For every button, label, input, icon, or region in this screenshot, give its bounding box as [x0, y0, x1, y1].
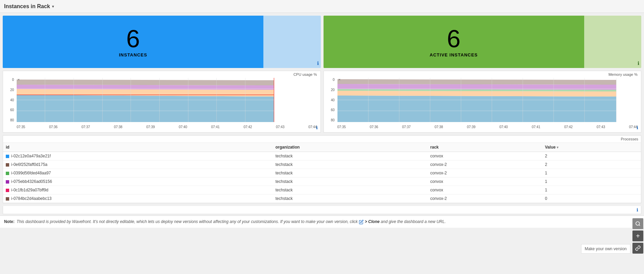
instances-label: INSTANCES — [119, 52, 147, 57]
table-row: i-0c1fb1d29a07bff9d techstack convox 1 — [3, 186, 641, 194]
row-value: 0 — [542, 194, 641, 203]
active-instances-card: 6 ACTIVE INSTANCES ℹ — [324, 16, 642, 68]
row-organization: techstack — [273, 177, 428, 186]
svg-marker-21 — [337, 84, 616, 90]
row-organization: techstack — [273, 186, 428, 194]
instances-table: id organization rack Value ▾ i-02c12e0a4… — [3, 143, 641, 203]
table-head: id organization rack Value ▾ — [3, 143, 641, 152]
cpu-chart-title: CPU usage % — [293, 72, 317, 76]
row-id: i-02c12e0a479a3e21f — [3, 152, 273, 160]
row-value: 1 — [542, 186, 641, 194]
active-instances-label: ACTIVE INSTANCES — [430, 52, 477, 57]
instances-card: 6 INSTANCES ℹ — [3, 16, 321, 68]
table-header-row: id organization rack Value ▾ — [3, 143, 641, 152]
row-value: 1 — [542, 177, 641, 186]
table-row: i-0e6f252faff0d175a techstack convox-2 2 — [3, 160, 641, 169]
col-value[interactable]: Value ▾ — [542, 143, 641, 152]
row-value: 2 — [542, 152, 641, 160]
col-id[interactable]: id — [3, 143, 273, 152]
row-color-dot — [6, 180, 9, 184]
row-color-dot — [6, 163, 9, 167]
table-row: i-0399d56fded48aa97 techstack convox-2 1 — [3, 169, 641, 177]
clone-label[interactable]: > Clone — [365, 219, 380, 224]
instances-info-icon[interactable]: ℹ — [317, 61, 319, 66]
note-suffix: and give the dashboard a new URL. — [381, 219, 446, 224]
memory-y-axis: 80 60 40 20 0 — [324, 78, 336, 122]
cpu-chart-svg: × — [17, 78, 317, 122]
table-row: i-075ebb4326ad05156 techstack convox 1 — [3, 177, 641, 186]
note-bar: Note: This dashboard is provided by Wave… — [0, 216, 644, 228]
svg-marker-0 — [17, 95, 274, 122]
memory-x-axis: 07:35 07:36 07:37 07:38 07:39 07:40 07:4… — [337, 125, 638, 129]
svg-text:×: × — [18, 78, 20, 81]
edit-icon — [359, 220, 364, 224]
memory-chart-svg: × — [337, 78, 638, 122]
cpu-chart-area: × — [17, 78, 317, 122]
row-organization: techstack — [273, 169, 428, 177]
row-rack: convox-2 — [428, 169, 542, 177]
chevron-down-icon[interactable]: ▾ — [52, 4, 54, 9]
row-color-dot — [6, 189, 9, 192]
row-id: i-0784bc2d4aabebc13 — [3, 194, 273, 203]
search-button[interactable] — [632, 218, 643, 228]
stats-row: 6 INSTANCES ℹ 6 ACTIVE INSTANCES ℹ — [0, 13, 644, 71]
svg-marker-4 — [17, 80, 274, 85]
row-id: i-0e6f252faff0d175a — [3, 160, 273, 169]
row-organization: techstack — [273, 152, 428, 160]
memory-chart-area: × — [337, 78, 638, 122]
row-rack: convox-2 — [428, 194, 542, 203]
instances-card-main: 6 INSTANCES — [3, 16, 263, 68]
page-title: Instances in Rack — [4, 3, 50, 10]
row-rack: convox — [428, 152, 542, 160]
row-organization: techstack — [273, 194, 428, 203]
table-row: i-02c12e0a479a3e21f techstack convox 2 — [3, 152, 641, 160]
row-id: i-075ebb4326ad05156 — [3, 177, 273, 186]
table-row: i-0784bc2d4aabebc13 techstack convox-2 0 — [3, 194, 641, 203]
cpu-chart-info-icon[interactable]: ℹ — [316, 125, 318, 130]
svg-marker-22 — [337, 79, 616, 85]
col-organization[interactable]: organization — [273, 143, 428, 152]
page-header: Instances in Rack ▾ — [0, 0, 644, 13]
row-color-dot — [6, 197, 9, 201]
instances-card-side — [263, 16, 320, 68]
svg-point-36 — [636, 222, 640, 225]
instances-count: 6 — [126, 27, 140, 51]
cpu-y-axis: 80 60 40 20 0 — [3, 78, 15, 122]
svg-text:×: × — [338, 78, 341, 81]
row-rack: convox-2 — [428, 160, 542, 169]
col-rack[interactable]: rack — [428, 143, 542, 152]
instances-table-section: Processes id organization rack Value ▾ i… — [3, 135, 641, 203]
cpu-x-axis: 07:35 07:36 07:37 07:38 07:39 07:40 07:4… — [17, 125, 317, 129]
row-rack: convox — [428, 177, 542, 186]
svg-line-37 — [639, 225, 640, 226]
search-icon — [635, 221, 641, 226]
table-info-bar: ℹ — [3, 206, 641, 214]
table-header-bar: Processes — [3, 136, 641, 143]
row-value: 2 — [542, 160, 641, 169]
sort-icon: ▾ — [557, 145, 558, 149]
note-text: This dashboard is provided by Wavefront.… — [17, 219, 446, 224]
table-body: i-02c12e0a479a3e21f techstack convox 2 i… — [3, 152, 641, 203]
svg-marker-18 — [337, 96, 616, 122]
active-instances-card-main: 6 ACTIVE INSTANCES — [324, 16, 584, 68]
row-color-dot — [6, 155, 9, 158]
row-color-dot — [6, 172, 9, 175]
row-value: 1 — [542, 169, 641, 177]
row-organization: techstack — [273, 160, 428, 169]
svg-marker-3 — [17, 85, 274, 90]
active-instances-count: 6 — [447, 27, 460, 51]
note-prefix: Note: — [4, 219, 15, 224]
cpu-chart: CPU usage % 80 60 40 20 0 — [3, 71, 321, 133]
charts-row: CPU usage % 80 60 40 20 0 — [0, 71, 644, 135]
row-id: i-0c1fb1d29a07bff9d — [3, 186, 273, 194]
memory-chart: Memory usage % 80 60 40 20 0 — [324, 71, 642, 133]
right-panel: Make your own version + — [632, 0, 644, 228]
row-rack: convox — [428, 186, 542, 194]
row-id: i-0399d56fded48aa97 — [3, 169, 273, 177]
